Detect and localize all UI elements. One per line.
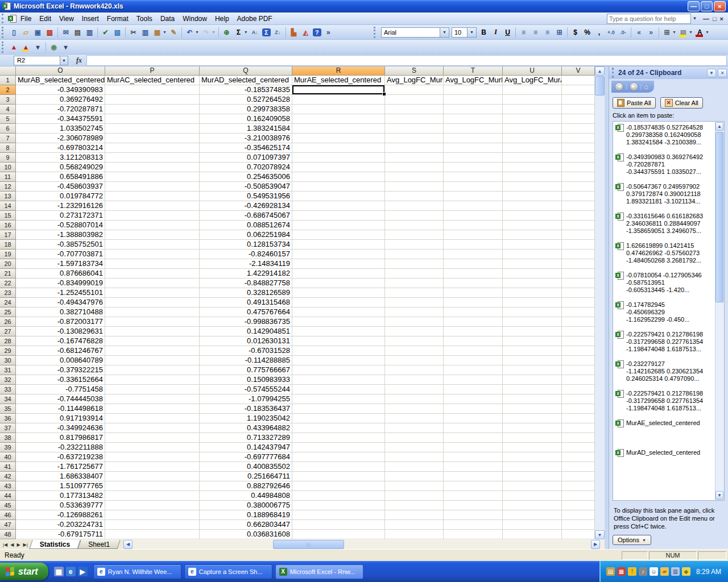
cell-U41[interactable]: [503, 462, 562, 472]
cell-O34[interactable]: -0.744445038: [16, 394, 105, 404]
show-desktop-icon[interactable]: ▦: [54, 567, 64, 576]
cell-R44[interactable]: [292, 491, 385, 501]
cell-R42[interactable]: [292, 472, 385, 481]
cell-V9[interactable]: [562, 153, 595, 163]
cell-V26[interactable]: [562, 317, 595, 327]
cell-P46[interactable]: [105, 510, 200, 520]
row-header-45[interactable]: 45: [0, 501, 16, 510]
cell-S42[interactable]: [385, 472, 444, 481]
comma-style-icon[interactable]: ,: [594, 27, 605, 38]
cell-Q8[interactable]: -0.354625174: [200, 143, 292, 153]
cell-U47[interactable]: [503, 520, 562, 530]
cell-Q43[interactable]: 0.882792646: [200, 481, 292, 491]
cell-V43[interactable]: [562, 481, 595, 491]
cell-P48[interactable]: [105, 530, 200, 539]
cell-R26[interactable]: [292, 317, 385, 327]
row-header-6[interactable]: 6: [0, 124, 16, 134]
cell-R9[interactable]: [292, 153, 385, 163]
cell-S38[interactable]: [385, 433, 444, 443]
cell-T33[interactable]: [444, 385, 503, 394]
fill-color-icon[interactable]: ▨▼: [678, 27, 693, 38]
cell-R20[interactable]: [292, 259, 385, 269]
cell-Q6[interactable]: 1.383241584: [200, 124, 292, 134]
cell-S36[interactable]: [385, 414, 444, 423]
row-header-7[interactable]: 7: [0, 134, 16, 143]
drawing-icon[interactable]: ◭: [300, 27, 311, 38]
cell-T1[interactable]: Avg_LogFC_MurB: [444, 76, 503, 85]
cell-P25[interactable]: [105, 307, 200, 317]
task-pane-dropdown-icon[interactable]: ▼: [707, 69, 716, 77]
cell-O7[interactable]: -2.306078989: [16, 134, 105, 143]
cell-V4[interactable]: [562, 105, 595, 114]
cell-O45[interactable]: 0.533639777: [16, 501, 105, 510]
cell-R39[interactable]: [292, 443, 385, 452]
cell-R35[interactable]: [292, 404, 385, 414]
cell-S29[interactable]: [385, 346, 444, 356]
first-sheet-icon[interactable]: |◀: [2, 542, 9, 548]
cell-O44[interactable]: 0.177313482: [16, 491, 105, 501]
font-color-icon[interactable]: A▼: [694, 27, 710, 38]
cell-P11[interactable]: [105, 172, 200, 182]
column-header-s[interactable]: S: [385, 66, 444, 76]
cell-P33[interactable]: [105, 385, 200, 394]
cell-P34[interactable]: [105, 394, 200, 404]
cell-U37[interactable]: [503, 423, 562, 433]
cell-U40[interactable]: [503, 452, 562, 462]
cell-Q36[interactable]: 1.190235042: [200, 414, 292, 423]
cell-V44[interactable]: [562, 491, 595, 501]
cell-O43[interactable]: 1.510977765: [16, 481, 105, 491]
cell-P43[interactable]: [105, 481, 200, 491]
cell-T12[interactable]: [444, 182, 503, 192]
cell-R23[interactable]: [292, 288, 385, 298]
cell-S21[interactable]: [385, 269, 444, 278]
row-header-28[interactable]: 28: [0, 336, 16, 346]
cell-S41[interactable]: [385, 462, 444, 472]
cell-V12[interactable]: [562, 182, 595, 192]
menu-file[interactable]: File: [16, 14, 35, 24]
cell-T6[interactable]: [444, 124, 503, 134]
increase-decimal-icon[interactable]: +.0: [606, 27, 617, 38]
cell-T17[interactable]: [444, 230, 503, 240]
cell-P21[interactable]: [105, 269, 200, 278]
tab-sheet1[interactable]: Sheet1: [79, 540, 119, 549]
cell-P12[interactable]: [105, 182, 200, 192]
help-dropdown-icon[interactable]: ▼: [691, 14, 698, 24]
cell-S22[interactable]: [385, 278, 444, 288]
start-button[interactable]: start: [0, 563, 48, 580]
cell-O15[interactable]: 0.273172371: [16, 211, 105, 221]
cell-U20[interactable]: [503, 259, 562, 269]
cell-V14[interactable]: [562, 201, 595, 211]
cell-U22[interactable]: [503, 278, 562, 288]
row-header-20[interactable]: 20: [0, 259, 16, 269]
cell-T11[interactable]: [444, 172, 503, 182]
cell-P45[interactable]: [105, 501, 200, 510]
cell-Q7[interactable]: -3.210038976: [200, 134, 292, 143]
cell-Q31[interactable]: 0.775766667: [200, 365, 292, 375]
select-all-corner[interactable]: [0, 66, 16, 76]
cell-U38[interactable]: [503, 433, 562, 443]
sort-descending-icon[interactable]: Z↓: [272, 27, 283, 38]
decrease-decimal-icon[interactable]: .0-: [618, 27, 628, 38]
scroll-left-icon[interactable]: ◀: [123, 540, 133, 549]
cell-S44[interactable]: [385, 491, 444, 501]
cell-V25[interactable]: [562, 307, 595, 317]
cell-S37[interactable]: [385, 423, 444, 433]
cut-icon[interactable]: ✂: [128, 27, 139, 38]
cell-V21[interactable]: [562, 269, 595, 278]
cell-R27[interactable]: [292, 327, 385, 336]
cell-O27[interactable]: -0.130829631: [16, 327, 105, 336]
cell-T27[interactable]: [444, 327, 503, 336]
clipboard-item[interactable]: XMurAE_selected_centered: [613, 417, 724, 447]
row-header-17[interactable]: 17: [0, 230, 16, 240]
cell-V15[interactable]: [562, 211, 595, 221]
cell-S45[interactable]: [385, 501, 444, 510]
cell-R37[interactable]: [292, 423, 385, 433]
cell-Q13[interactable]: 0.549531956: [200, 192, 292, 201]
row-header-33[interactable]: 33: [0, 385, 16, 394]
cell-O6[interactable]: 1.033502745: [16, 124, 105, 134]
underline-icon[interactable]: U: [502, 27, 513, 38]
workbook-close-button[interactable]: ×: [720, 15, 723, 22]
cell-Q37[interactable]: 0.433964882: [200, 423, 292, 433]
toolbar-overflow-icon[interactable]: ▾: [32, 41, 43, 52]
cell-S27[interactable]: [385, 327, 444, 336]
